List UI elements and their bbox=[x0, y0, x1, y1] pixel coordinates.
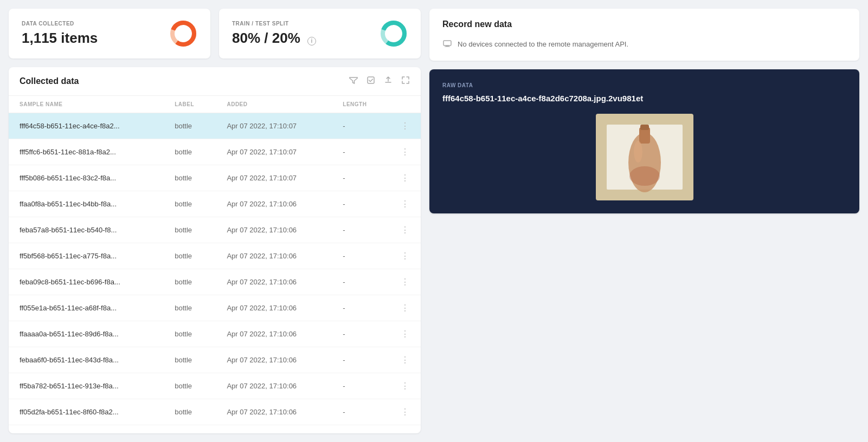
table-row[interactable]: fff5b086-b651-11ec-83c2-f8a... bottle Ap… bbox=[9, 165, 421, 191]
cell-added: Apr 07 2022, 17:10:07 bbox=[216, 139, 332, 165]
row-menu-icon[interactable]: ⋮ bbox=[401, 277, 410, 287]
data-collected-value: 1,115 items bbox=[22, 30, 98, 47]
cell-added: Apr 07 2022, 17:10:06 bbox=[216, 269, 332, 295]
cell-label: bottle bbox=[164, 113, 216, 139]
row-menu-icon[interactable]: ⋮ bbox=[401, 381, 410, 391]
cell-length: - bbox=[332, 347, 390, 373]
row-menu-icon[interactable]: ⋮ bbox=[401, 355, 410, 365]
cell-sample: ff055e1a-b651-11ec-a68f-f8a... bbox=[9, 295, 164, 321]
upload-icon[interactable] bbox=[384, 76, 393, 87]
table-row[interactable]: ff055e1a-b651-11ec-a68f-f8a... bottle Ap… bbox=[9, 295, 421, 321]
cell-added: Apr 07 2022, 17:10:06 bbox=[216, 399, 332, 425]
cell-actions: ⋮ bbox=[390, 139, 421, 165]
cell-added: Apr 07 2022, 17:10:06 bbox=[216, 243, 332, 269]
cell-sample: fff64c58-b651-11ec-a4ce-f8a2... bbox=[9, 113, 164, 139]
expand-icon[interactable] bbox=[401, 76, 410, 87]
cell-length: - bbox=[332, 269, 390, 295]
info-icon[interactable]: i bbox=[307, 37, 316, 46]
cell-sample: feba57a8-b651-11ec-b540-f8... bbox=[9, 217, 164, 243]
cell-actions: ⋮ bbox=[390, 295, 421, 321]
cell-added: Apr 07 2022, 17:10:06 bbox=[216, 347, 332, 373]
table-row[interactable]: fff64c58-b651-11ec-a4ce-f8a2... bottle A… bbox=[9, 113, 421, 139]
data-collected-label: DATA COLLECTED bbox=[22, 21, 98, 27]
table-row[interactable]: feba09c8-b651-11ec-b696-f8a... bottle Ap… bbox=[9, 269, 421, 295]
svg-rect-7 bbox=[445, 47, 450, 47]
cell-label: bottle bbox=[164, 217, 216, 243]
cell-length: - bbox=[332, 399, 390, 425]
table-row[interactable]: ffaaaa0a-b651-11ec-89d6-f8a... bottle Ap… bbox=[9, 321, 421, 347]
cell-actions: ⋮ bbox=[390, 243, 421, 269]
col-header-label: LABEL bbox=[164, 96, 216, 113]
cell-length: - bbox=[332, 165, 390, 191]
table-row[interactable]: fff5ffc6-b651-11ec-881a-f8a2... bottle A… bbox=[9, 139, 421, 165]
cell-added: Apr 07 2022, 17:10:06 bbox=[216, 217, 332, 243]
table-actions bbox=[349, 76, 410, 87]
cell-length: - bbox=[332, 295, 390, 321]
cell-actions: ⋮ bbox=[390, 347, 421, 373]
table-row[interactable]: ffaa0f8a-b651-11ec-b4bb-f8a... bottle Ap… bbox=[9, 191, 421, 217]
row-menu-icon[interactable]: ⋮ bbox=[401, 173, 410, 183]
cell-actions: ⋮ bbox=[390, 399, 421, 425]
bottle-image bbox=[596, 114, 693, 200]
cell-label: bottle bbox=[164, 347, 216, 373]
cell-sample: ff05d2fa-b651-11ec-8f60-f8a2... bbox=[9, 399, 164, 425]
cell-length: - bbox=[332, 373, 390, 399]
raw-data-card: RAW DATA fff64c58-b651-11ec-a4ce-f8a2d6c… bbox=[429, 69, 859, 213]
train-test-label: TRAIN / TEST SPLIT bbox=[232, 21, 316, 27]
svg-point-13 bbox=[634, 141, 642, 162]
row-menu-icon[interactable]: ⋮ bbox=[401, 225, 410, 235]
train-test-value: 80% / 20% i bbox=[232, 30, 316, 47]
table-row[interactable]: ff05d2fa-b651-11ec-8f60-f8a2... bottle A… bbox=[9, 399, 421, 425]
table-row[interactable]: febaa6f0-b651-11ec-843d-f8a... bottle Ap… bbox=[9, 347, 421, 373]
data-collected-info: DATA COLLECTED 1,115 items bbox=[22, 21, 98, 47]
cell-label: bottle bbox=[164, 139, 216, 165]
cell-sample: fff5b086-b651-11ec-83c2-f8a... bbox=[9, 165, 164, 191]
record-new-data-card: Record new data No devices connected to … bbox=[429, 9, 859, 61]
row-menu-icon[interactable]: ⋮ bbox=[401, 329, 410, 339]
left-panel: DATA COLLECTED 1,115 items TRAIN / TEST … bbox=[9, 9, 421, 433]
right-panel: Record new data No devices connected to … bbox=[429, 9, 859, 433]
record-card-title: Record new data bbox=[442, 20, 846, 29]
data-collected-icon bbox=[169, 20, 197, 48]
cell-length: - bbox=[332, 191, 390, 217]
row-menu-icon[interactable]: ⋮ bbox=[401, 303, 410, 313]
raw-data-label: RAW DATA bbox=[442, 82, 846, 88]
cell-length: - bbox=[332, 113, 390, 139]
col-header-actions bbox=[390, 96, 421, 113]
collected-data-card: Collected data bbox=[9, 67, 421, 433]
row-menu-icon[interactable]: ⋮ bbox=[401, 251, 410, 261]
cell-label: bottle bbox=[164, 165, 216, 191]
cell-sample: ffaaaa0a-b651-11ec-89d6-f8a... bbox=[9, 321, 164, 347]
col-header-length: LENGTH bbox=[332, 96, 390, 113]
filter-icon[interactable] bbox=[349, 76, 358, 87]
cell-label: bottle bbox=[164, 373, 216, 399]
cell-label: bottle bbox=[164, 191, 216, 217]
row-menu-icon[interactable]: ⋮ bbox=[401, 199, 410, 209]
row-menu-icon[interactable]: ⋮ bbox=[401, 147, 410, 157]
table-title: Collected data bbox=[20, 76, 79, 86]
svg-point-14 bbox=[629, 166, 660, 186]
cell-actions: ⋮ bbox=[390, 217, 421, 243]
cell-sample: fff5ffc6-b651-11ec-881a-f8a2... bbox=[9, 139, 164, 165]
row-menu-icon[interactable]: ⋮ bbox=[401, 407, 410, 417]
svg-rect-12 bbox=[640, 125, 649, 130]
no-devices-row: No devices connected to the remote manag… bbox=[442, 38, 846, 50]
cell-sample: ffaa0f8a-b651-11ec-b4bb-f8a... bbox=[9, 191, 164, 217]
cell-length: - bbox=[332, 321, 390, 347]
cell-added: Apr 07 2022, 17:10:06 bbox=[216, 321, 332, 347]
table-row[interactable]: ff5bf568-b651-11ec-a775-f8a... bottle Ap… bbox=[9, 243, 421, 269]
cell-sample: ff5bf568-b651-11ec-a775-f8a... bbox=[9, 243, 164, 269]
raw-data-image-container bbox=[442, 114, 846, 200]
device-icon bbox=[442, 38, 452, 50]
row-menu-icon[interactable]: ⋮ bbox=[401, 121, 410, 131]
table-row[interactable]: feba57a8-b651-11ec-b540-f8... bottle Apr… bbox=[9, 217, 421, 243]
cell-sample: febaa6f0-b651-11ec-843d-f8a... bbox=[9, 347, 164, 373]
table-row[interactable]: ff5ba782-b651-11ec-913e-f8a... bottle Ap… bbox=[9, 373, 421, 399]
cell-added: Apr 07 2022, 17:10:07 bbox=[216, 165, 332, 191]
table-header-row: SAMPLE NAME LABEL ADDED LENGTH bbox=[9, 96, 421, 113]
data-collected-card: DATA COLLECTED 1,115 items bbox=[9, 9, 210, 58]
select-all-icon[interactable] bbox=[367, 76, 375, 87]
cell-added: Apr 07 2022, 17:10:07 bbox=[216, 113, 332, 139]
stats-row: DATA COLLECTED 1,115 items TRAIN / TEST … bbox=[9, 9, 421, 58]
cell-actions: ⋮ bbox=[390, 113, 421, 139]
